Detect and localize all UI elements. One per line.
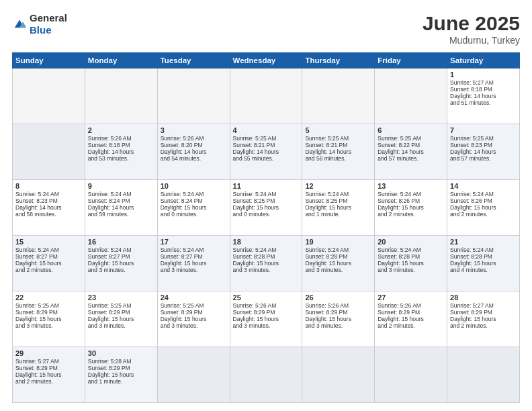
calendar-cell: 6Sunrise: 5:25 AMSunset: 8:22 PMDaylight… [375, 124, 447, 180]
sunrise-text: Sunrise: 5:24 AM [88, 191, 154, 197]
sunset-text: Sunset: 8:24 PM [88, 197, 154, 204]
daylight-text-cont: and 3 minutes. [88, 267, 154, 273]
daylight-text: Daylight: 15 hours [450, 260, 517, 267]
daylight-text: Daylight: 15 hours [450, 316, 517, 322]
day-number: 15 [15, 238, 82, 246]
day-number: 17 [161, 238, 227, 246]
calendar-title: June 2025 [423, 12, 520, 35]
day-number: 29 [15, 349, 82, 357]
daylight-text-cont: and 3 minutes. [305, 322, 371, 329]
daylight-text-cont: and 3 minutes. [305, 267, 371, 273]
day-number: 5 [305, 126, 371, 134]
daylight-text-cont: and 2 minutes. [450, 211, 517, 218]
sunrise-text: Sunrise: 5:25 AM [88, 302, 154, 309]
calendar-cell: 5Sunrise: 5:25 AMSunset: 8:21 PMDaylight… [302, 124, 375, 180]
daylight-text-cont: and 3 minutes. [15, 322, 82, 329]
daylight-text-cont: and 53 minutes. [88, 155, 154, 162]
daylight-text: Daylight: 14 hours [161, 148, 227, 155]
daylight-text-cont: and 57 minutes. [450, 155, 517, 162]
sunrise-text: Sunrise: 5:25 AM [233, 135, 300, 142]
daylight-text-cont: and 59 minutes. [88, 211, 154, 218]
sunrise-text: Sunrise: 5:26 AM [161, 135, 227, 142]
calendar-cell: 3Sunrise: 5:26 AMSunset: 8:20 PMDaylight… [157, 124, 230, 180]
sunrise-text: Sunrise: 5:27 AM [450, 302, 517, 309]
sunset-text: Sunset: 8:29 PM [305, 309, 371, 316]
weekday-header-monday: Monday [85, 53, 157, 68]
sunset-text: Sunset: 8:29 PM [161, 309, 227, 316]
sunset-text: Sunset: 8:21 PM [305, 142, 371, 148]
sunset-text: Sunset: 8:27 PM [15, 253, 82, 260]
calendar-cell [302, 68, 375, 124]
daylight-text: Daylight: 14 hours [450, 148, 517, 155]
weekday-header-row: SundayMondayTuesdayWednesdayThursdayFrid… [13, 53, 520, 68]
day-number: 10 [161, 182, 227, 190]
calendar-cell [447, 347, 520, 403]
calendar-cell: 8Sunrise: 5:24 AMSunset: 8:23 PMDaylight… [13, 180, 85, 236]
daylight-text: Daylight: 15 hours [378, 316, 444, 322]
sunset-text: Sunset: 8:27 PM [161, 253, 227, 260]
daylight-text: Daylight: 14 hours [88, 148, 154, 155]
sunrise-text: Sunrise: 5:25 AM [15, 302, 82, 309]
calendar-cell: 29Sunrise: 5:27 AMSunset: 8:29 PMDayligh… [13, 347, 85, 403]
logo: General Blue [12, 12, 67, 36]
day-number: 28 [450, 293, 517, 302]
day-number: 2 [88, 126, 154, 134]
calendar-week-row: 22Sunrise: 5:25 AMSunset: 8:29 PMDayligh… [13, 291, 520, 347]
sunset-text: Sunset: 8:25 PM [233, 197, 300, 204]
daylight-text: Daylight: 14 hours [15, 204, 82, 211]
day-number: 11 [233, 182, 300, 190]
calendar-week-row: 2Sunrise: 5:26 AMSunset: 8:18 PMDaylight… [13, 124, 520, 180]
sunrise-text: Sunrise: 5:24 AM [161, 191, 227, 197]
logo-blue: Blue [30, 24, 52, 36]
day-number: 9 [88, 182, 154, 190]
sunrise-text: Sunrise: 5:24 AM [378, 246, 444, 253]
logo-icon [12, 17, 27, 32]
calendar-cell [375, 347, 447, 403]
sunrise-text: Sunrise: 5:24 AM [305, 191, 371, 197]
calendar-cell [85, 68, 157, 124]
calendar-cell: 10Sunrise: 5:24 AMSunset: 8:24 PMDayligh… [157, 180, 230, 236]
calendar-cell: 26Sunrise: 5:26 AMSunset: 8:29 PMDayligh… [302, 291, 375, 347]
daylight-text: Daylight: 15 hours [88, 260, 154, 267]
daylight-text: Daylight: 14 hours [233, 148, 300, 155]
sunrise-text: Sunrise: 5:24 AM [15, 246, 82, 253]
sunset-text: Sunset: 8:29 PM [450, 309, 517, 316]
sunrise-text: Sunrise: 5:26 AM [233, 302, 300, 309]
daylight-text: Daylight: 15 hours [161, 204, 227, 211]
daylight-text-cont: and 58 minutes. [15, 211, 82, 218]
sunset-text: Sunset: 8:29 PM [15, 365, 82, 371]
calendar-cell: 4Sunrise: 5:25 AMSunset: 8:21 PMDaylight… [230, 124, 302, 180]
daylight-text: Daylight: 14 hours [378, 148, 444, 155]
calendar-cell [302, 347, 375, 403]
sunrise-text: Sunrise: 5:24 AM [450, 246, 517, 253]
daylight-text-cont: and 56 minutes. [305, 155, 371, 162]
daylight-text: Daylight: 15 hours [233, 204, 300, 211]
day-number: 21 [450, 238, 517, 246]
sunset-text: Sunset: 8:28 PM [378, 253, 444, 260]
sunrise-text: Sunrise: 5:24 AM [15, 191, 82, 197]
daylight-text: Daylight: 14 hours [88, 204, 154, 211]
daylight-text-cont: and 3 minutes. [233, 322, 300, 329]
sunset-text: Sunset: 8:28 PM [233, 253, 300, 260]
daylight-text-cont: and 57 minutes. [378, 155, 444, 162]
calendar-cell: 12Sunrise: 5:24 AMSunset: 8:25 PMDayligh… [302, 180, 375, 236]
daylight-text-cont: and 51 minutes. [450, 99, 517, 106]
calendar-table: SundayMondayTuesdayWednesdayThursdayFrid… [12, 52, 520, 403]
day-number: 13 [378, 182, 444, 190]
day-number: 20 [378, 238, 444, 246]
day-number: 24 [161, 293, 227, 302]
calendar-cell: 15Sunrise: 5:24 AMSunset: 8:27 PMDayligh… [13, 236, 85, 291]
daylight-text-cont: and 3 minutes. [161, 267, 227, 273]
sunrise-text: Sunrise: 5:24 AM [233, 191, 300, 197]
calendar-cell [157, 68, 230, 124]
day-number: 23 [88, 293, 154, 302]
day-number: 6 [378, 126, 444, 134]
sunset-text: Sunset: 8:29 PM [233, 309, 300, 316]
weekday-header-saturday: Saturday [447, 53, 520, 68]
calendar-cell [13, 68, 85, 124]
sunrise-text: Sunrise: 5:26 AM [378, 302, 444, 309]
sunrise-text: Sunrise: 5:24 AM [88, 246, 154, 253]
daylight-text-cont: and 55 minutes. [233, 155, 300, 162]
sunset-text: Sunset: 8:28 PM [450, 253, 517, 260]
calendar-cell: 25Sunrise: 5:26 AMSunset: 8:29 PMDayligh… [230, 291, 302, 347]
